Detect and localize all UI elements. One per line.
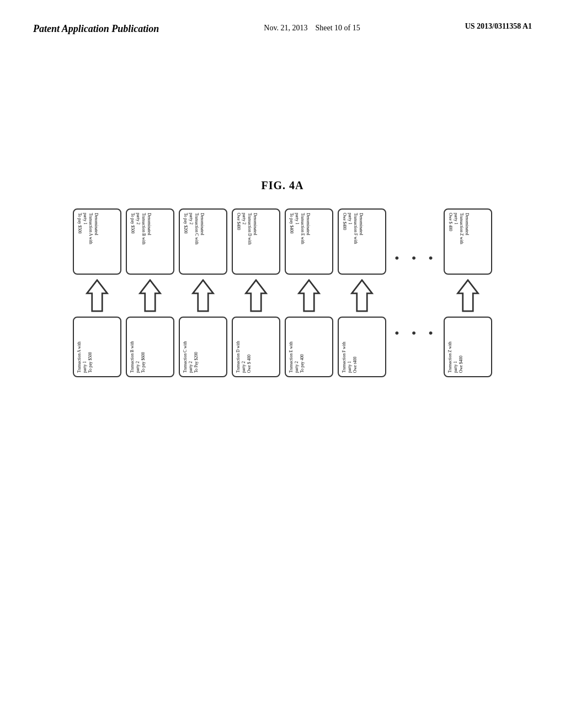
svg-marker-1 <box>140 280 161 311</box>
sheet-info: Sheet 10 of 15 <box>315 24 360 32</box>
arrow-e <box>285 279 333 312</box>
header-date-sheet: Nov. 21, 2013 Sheet 10 of 15 <box>264 22 360 34</box>
page: Patent Application Publication Nov. 21, … <box>0 0 565 728</box>
top-card-e: DenominatedTransaction E withparty 1To p… <box>285 208 333 275</box>
bottom-cards-row: Transaction A with party 1 To pay $500 T… <box>33 317 532 377</box>
bot-card-e: Transaction E with party 2 To pay 400 <box>285 317 333 377</box>
bot-card-a: Transaction A with party 1 To pay $500 <box>73 317 121 377</box>
fig-label: FIG. 4A <box>33 179 532 192</box>
patent-number: US 2013/0311358 A1 <box>465 22 532 31</box>
top-cards-row: DenominatedTransaction A withparty 1To p… <box>33 208 532 275</box>
arrow-up-icon-b <box>136 279 164 312</box>
top-card-c: DenominatedTransaction C withparty 2To p… <box>179 208 227 275</box>
top-card-a: DenominatedTransaction A withparty 1To p… <box>73 208 121 275</box>
bot-card-z: Transaction Z with party 1 Owe $400 <box>444 317 492 377</box>
top-dots: • • • <box>391 242 439 275</box>
pub-date: Nov. 21, 2013 <box>264 24 307 32</box>
arrow-up-icon-d <box>242 279 270 312</box>
bot-card-c: Transaction C with party 2 To Pay $200 <box>179 317 227 377</box>
arrow-up-icon-z <box>454 279 482 312</box>
page-header: Patent Application Publication Nov. 21, … <box>33 22 532 36</box>
svg-marker-5 <box>352 280 372 311</box>
arrow-f <box>338 279 386 312</box>
arrow-up-icon-a <box>83 279 111 312</box>
bot-card-f: Transaction F with party 1 Owe t400 <box>338 317 386 377</box>
arrow-a <box>73 279 121 312</box>
svg-marker-4 <box>299 280 319 311</box>
arrows-dots <box>391 279 439 312</box>
arrow-c <box>179 279 227 312</box>
diagram-area: DenominatedTransaction A withparty 1To p… <box>33 208 532 377</box>
arrow-up-icon-c <box>189 279 217 312</box>
svg-marker-6 <box>458 280 478 311</box>
arrow-b <box>126 279 174 312</box>
top-card-b: DenominatedTransaction B withparty 2To p… <box>126 208 174 275</box>
arrow-up-icon-e <box>295 279 323 312</box>
arrows-row <box>33 279 532 312</box>
publication-title: Patent Application Publication <box>33 22 159 36</box>
arrow-d <box>232 279 280 312</box>
bot-card-b: Transaction B with party 2 To pay $600 <box>126 317 174 377</box>
top-card-d: DenominatedTransaction D withparty 2Owe … <box>232 208 280 275</box>
top-card-f: DenominatedTransaction F withparty 1Owe … <box>338 208 386 275</box>
top-card-z: DenominatedTransaction Z withparty 1Owe … <box>444 208 492 275</box>
arrow-up-icon-f <box>348 279 376 312</box>
bottom-dots: • • • <box>391 317 439 350</box>
svg-marker-3 <box>246 280 266 311</box>
svg-marker-2 <box>193 280 214 311</box>
svg-marker-0 <box>87 280 108 311</box>
bot-card-d: Transaction D with party 2 Owe $ 400 <box>232 317 280 377</box>
arrow-z <box>444 279 492 312</box>
